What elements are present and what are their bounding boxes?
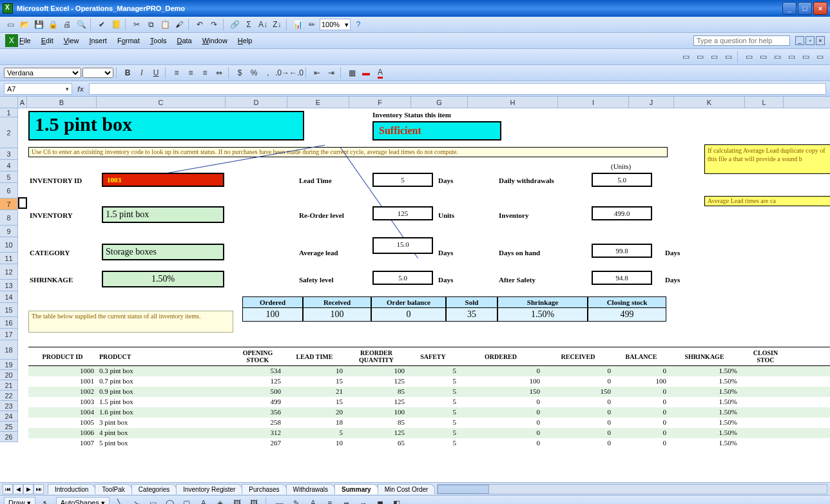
autosum-icon[interactable]: Σ <box>242 18 255 31</box>
sort-desc-icon[interactable]: Z↓ <box>271 18 284 31</box>
picture-icon[interactable]: 🖼 <box>247 497 260 505</box>
sheet-tab[interactable]: Categories <box>131 484 177 494</box>
sheet-tab[interactable]: Inventory Register <box>176 484 242 494</box>
col-header-a[interactable]: A <box>18 97 27 108</box>
bold-button[interactable]: B <box>121 66 134 79</box>
row-header[interactable]: 4 <box>0 160 18 171</box>
row-header[interactable]: 14 <box>0 291 18 303</box>
horizontal-scrollbar[interactable] <box>437 484 827 494</box>
table-row[interactable]: 10075 pint box267106550001.50% <box>28 438 830 449</box>
sheet-tab[interactable]: Purchases <box>242 484 286 494</box>
italic-button[interactable]: I <box>135 66 148 79</box>
align-center-icon[interactable]: ≡ <box>184 66 197 79</box>
input-lead-time[interactable]: 5 <box>372 173 433 187</box>
dash-style-icon[interactable]: ┅ <box>340 497 353 505</box>
row-header[interactable]: 22 <box>0 391 18 401</box>
menu-insert[interactable]: Insert <box>89 37 107 44</box>
row-header[interactable]: 5 <box>0 171 18 183</box>
spellcheck-icon[interactable]: ✔ <box>95 18 108 31</box>
row-header[interactable]: 13 <box>0 280 18 291</box>
oval-icon[interactable]: ◯ <box>164 497 177 505</box>
arrow-icon[interactable]: ↘ <box>130 497 143 505</box>
toolbar-btn-2[interactable]: ▭ <box>693 50 706 63</box>
toolbar-btn-10[interactable]: ▭ <box>813 50 826 63</box>
minimize-button[interactable]: _ <box>782 2 796 15</box>
doc-close-button[interactable]: × <box>816 36 825 45</box>
toolbar-btn-6[interactable]: ▭ <box>757 50 769 63</box>
col-header-g[interactable]: G <box>411 97 468 108</box>
workbook-icon[interactable]: X <box>5 34 18 47</box>
sort-asc-icon[interactable]: A↓ <box>256 18 269 31</box>
save-icon[interactable]: 💾 <box>32 18 45 31</box>
row-header[interactable]: 6 <box>0 183 18 199</box>
input-inventory-qty[interactable]: 499.0 <box>592 206 652 220</box>
th-reorder-qty[interactable]: REORDERQUANTITY <box>345 347 407 365</box>
input-days-on-hand[interactable]: 99.8 <box>592 244 652 258</box>
col-header-k[interactable]: K <box>674 97 745 108</box>
menu-tools[interactable]: Tools <box>150 37 167 44</box>
sheet-tab[interactable]: Min Cost Order <box>378 484 436 494</box>
hyperlink-icon[interactable]: 🔗 <box>228 18 241 31</box>
menu-window[interactable]: Window <box>202 37 227 44</box>
th-ordered[interactable]: ORDERED <box>459 347 543 365</box>
sheet-tab[interactable]: Introduction <box>48 484 95 494</box>
row-header[interactable]: 15 <box>0 303 18 317</box>
th-lead-time[interactable]: LEAD TIME <box>284 347 345 365</box>
copy-icon[interactable]: ⧉ <box>144 18 157 31</box>
toolbar-btn-4[interactable]: ▭ <box>722 50 735 63</box>
autoshapes-button[interactable]: AutoShapes ▾ <box>56 497 110 504</box>
row-header[interactable]: 26 <box>0 432 18 442</box>
textbox-icon[interactable]: ▢ <box>180 497 193 505</box>
col-header-e[interactable]: E <box>287 97 349 108</box>
menu-data[interactable]: Data <box>177 37 191 44</box>
line-icon[interactable]: ╲ <box>113 497 126 505</box>
zoom-combo[interactable]: ▾ <box>320 19 351 30</box>
row-header[interactable]: 20 <box>0 370 18 380</box>
increase-decimal-icon[interactable]: .0→ <box>276 66 289 79</box>
row-header[interactable]: 12 <box>0 264 18 280</box>
tab-first-icon[interactable]: ⏮ <box>3 484 13 494</box>
toolbar-btn-1[interactable]: ▭ <box>679 50 692 63</box>
table-row[interactable]: 10064 pint box312512550001.50% <box>28 428 830 438</box>
table-row[interactable]: 10010.7 pint box12515125510001001.50% <box>28 376 830 387</box>
font-color-icon[interactable]: A <box>374 66 387 79</box>
fill-color-draw-icon[interactable]: ▬ <box>273 497 286 505</box>
col-header-f[interactable]: F <box>349 97 411 108</box>
diagram-icon[interactable]: ◈ <box>214 497 227 505</box>
comma-icon[interactable]: , <box>262 66 275 79</box>
arrow-style-icon[interactable]: → <box>357 497 370 505</box>
row-header[interactable]: 16 <box>0 317 18 329</box>
row-header[interactable]: 24 <box>0 411 18 422</box>
th-balance[interactable]: BALANCE <box>613 347 669 365</box>
permission-icon[interactable]: 🔒 <box>46 18 59 31</box>
fx-icon[interactable]: fx <box>77 85 84 93</box>
table-row[interactable]: 10020.9 pint box5002185515015001.50% <box>28 387 830 397</box>
decrease-indent-icon[interactable]: ⇤ <box>311 66 323 79</box>
grid-content[interactable]: 1.5 pint box Inventory Status this item … <box>18 108 830 482</box>
row-header[interactable]: 21 <box>0 380 18 391</box>
fill-color-icon[interactable]: ▬ <box>360 66 372 79</box>
col-header-d[interactable]: D <box>226 97 287 108</box>
help-icon[interactable]: ? <box>352 18 365 31</box>
help-search-input[interactable] <box>693 35 790 46</box>
tab-last-icon[interactable]: ⏭ <box>34 484 44 494</box>
menu-file[interactable]: File <box>19 37 31 44</box>
row-header[interactable]: 19 <box>0 360 18 370</box>
row-header[interactable]: 9 <box>0 226 18 237</box>
row-header[interactable]: 10 <box>0 237 18 253</box>
borders-icon[interactable]: ▦ <box>345 66 358 79</box>
th-safety[interactable]: SAFETY <box>407 347 459 365</box>
toolbar-btn-8[interactable]: ▭ <box>785 50 798 63</box>
percent-icon[interactable]: % <box>247 66 260 79</box>
redo-icon[interactable]: ↷ <box>208 18 220 31</box>
th-shrinkage[interactable]: SHRINKAGE <box>669 347 740 365</box>
sheet-tab[interactable]: Summary <box>334 484 378 494</box>
print-preview-icon[interactable]: 🔍 <box>75 18 88 31</box>
underline-button[interactable]: U <box>150 66 162 79</box>
new-icon[interactable]: ▭ <box>4 18 17 31</box>
th-closing-stock[interactable]: CLOSINSTOC <box>740 347 791 365</box>
increase-indent-icon[interactable]: ⇥ <box>325 66 338 79</box>
paste-icon[interactable]: 📋 <box>159 18 171 31</box>
row-header[interactable]: 2 <box>0 117 18 148</box>
currency-icon[interactable]: $ <box>233 66 246 79</box>
